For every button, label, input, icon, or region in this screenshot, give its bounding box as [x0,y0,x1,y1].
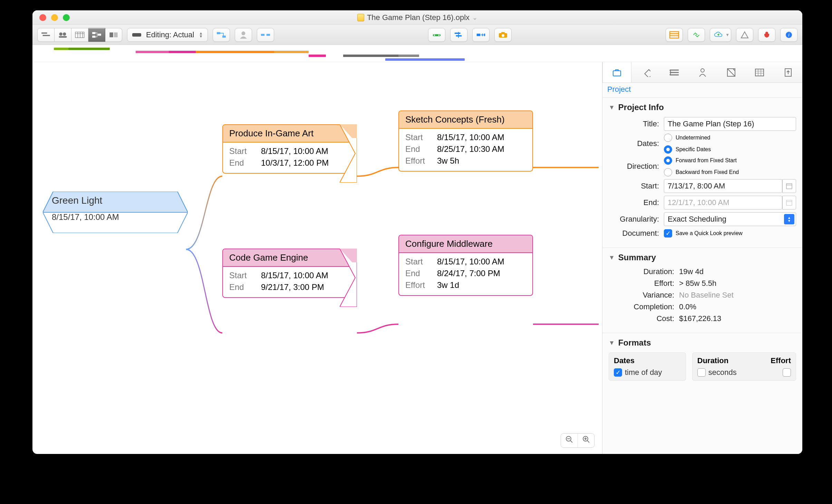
inspector-tab-columns[interactable] [745,62,774,83]
format-duration-seconds-checkbox[interactable] [697,368,706,377]
svg-rect-11 [92,36,95,38]
inspector-tab-custom[interactable] [717,62,745,83]
editing-mode-popup[interactable]: Editing: Actual ▲▼ [127,28,208,42]
zoom-out-button[interactable] [561,434,578,447]
project-end-field [664,196,782,210]
overview-bar[interactable] [68,48,110,50]
stepper-icon: ▲▼ [199,32,203,38]
app-window: The Game Plan (Step 16).oplx ⌄ Editing: … [32,10,802,454]
task-node-engine[interactable]: Code Game EngineStart8/15/17, 10:00 AM E… [222,249,357,298]
stop-button[interactable] [758,28,775,42]
link-tasks-button[interactable] [213,28,230,42]
overview-bar[interactable] [169,51,196,53]
svg-rect-53 [755,69,764,76]
split-button[interactable] [257,28,274,42]
svg-rect-10 [92,32,95,34]
view-mode-segmented [37,28,122,42]
calendar-icon[interactable] [782,179,796,193]
disclosure-triangle-icon[interactable]: ▼ [609,339,615,347]
cloud-button[interactable]: ▼ [710,28,731,42]
inspector-tab-resource[interactable] [688,62,717,83]
svg-rect-27 [484,33,485,36]
view-calendar-button[interactable] [71,28,88,42]
assign-button[interactable] [235,28,252,42]
overview-bar[interactable] [196,51,275,53]
disclosure-triangle-icon[interactable]: ▼ [609,254,615,261]
svg-point-22 [438,35,440,36]
chevron-down-icon: ▼ [725,32,729,37]
task-node-sketch[interactable]: Sketch Concepts (Fresh)Start8/15/17, 10:… [398,110,533,172]
zoom-in-button[interactable] [578,434,594,447]
direction-backward-radio[interactable]: Backward from Fixed End [664,168,739,176]
task-node-art[interactable]: Produce In-Game ArtStart8/15/17, 10:00 A… [222,124,357,174]
view-network-button[interactable] [88,28,105,42]
reschedule-button[interactable] [472,28,490,42]
format-time-of-day-checkbox[interactable]: time of day [614,368,681,377]
granularity-select[interactable]: Exact Scheduling ▲▼ [664,212,796,226]
svg-rect-18 [261,34,264,36]
milestone-title: Green Light [43,192,188,210]
baseline-icon [132,33,141,37]
catchup-button[interactable] [450,28,467,42]
inspector-tab-project[interactable] [602,62,631,83]
overview-bar[interactable] [385,58,465,61]
direction-forward-radio[interactable]: Forward from Fixed Start [664,156,739,165]
section-summary: ▼Summary Duration:19w 4d Effort:> 85w 5.… [602,248,802,333]
project-title-field[interactable] [664,117,796,131]
svg-rect-49 [613,71,621,76]
svg-line-42 [587,440,589,443]
save-quicklook-checkbox[interactable]: Save a Quick Look preview [664,229,743,238]
inspector-tab-milestones[interactable] [631,62,660,83]
svg-rect-14 [114,32,118,37]
chevron-down-icon[interactable]: ⌄ [472,14,477,21]
svg-point-17 [242,31,245,35]
svg-point-30 [502,34,504,37]
milestone-node[interactable]: Green Light 8/15/17, 10:00 AM [43,192,188,233]
zoom-controls [561,433,594,448]
svg-line-39 [570,440,572,443]
snapshot-button[interactable] [494,28,512,42]
disclosure-triangle-icon[interactable]: ▼ [609,104,615,111]
view-gantt-button[interactable] [37,28,55,42]
svg-rect-19 [267,34,270,36]
svg-rect-0 [41,32,47,34]
view-resource-button[interactable] [55,28,71,42]
svg-rect-61 [786,200,792,205]
change-tracking-button[interactable] [736,28,753,42]
dates-undetermined-radio[interactable]: Undetermined [664,134,711,142]
toolbar: Editing: Actual ▲▼ ▼ i [32,25,802,45]
dashboard-button[interactable] [666,28,683,42]
svg-rect-31 [670,31,679,38]
format-effort-seconds-checkbox[interactable] [783,368,791,377]
info-button[interactable]: i [780,28,797,42]
formats-duration-column: Duration Effort seconds [692,352,796,381]
svg-rect-29 [501,32,505,34]
project-start-field[interactable] [664,179,782,193]
svg-rect-50 [645,69,650,77]
overview-bar[interactable] [274,51,309,53]
inspector-subtitle: Project [602,83,802,98]
svg-rect-13 [109,32,113,37]
svg-rect-15 [217,32,220,34]
overview-bar[interactable] [54,48,68,50]
overview-bar[interactable] [309,55,326,57]
formats-dates-column: Dates time of day [609,352,686,381]
inspector-tab-export[interactable] [774,62,802,83]
inspector-tab-styles[interactable] [660,62,688,83]
task-node-middle[interactable]: Configure MiddlewareStart8/15/17, 10:00 … [398,235,533,296]
section-formats: ▼Formats Dates time of day Duration Effo… [602,333,802,388]
dates-specific-radio[interactable]: Specific Dates [664,145,711,154]
inspector-panel: Project ▼Project Info Title: Dates: Unde… [602,62,802,454]
overview-bar[interactable] [343,55,402,57]
network-canvas[interactable]: Green Light 8/15/17, 10:00 AM Produce In… [32,62,602,454]
document-icon [357,14,364,21]
svg-rect-5 [75,32,84,37]
timeline-overview[interactable] [32,45,802,62]
view-styles-button[interactable] [105,28,122,42]
level-button[interactable] [428,28,445,42]
overview-bar[interactable] [136,51,170,53]
svg-point-2 [59,32,62,36]
overview-bar[interactable] [398,55,419,57]
svg-rect-26 [477,33,481,36]
share-sync-button[interactable] [688,28,705,42]
